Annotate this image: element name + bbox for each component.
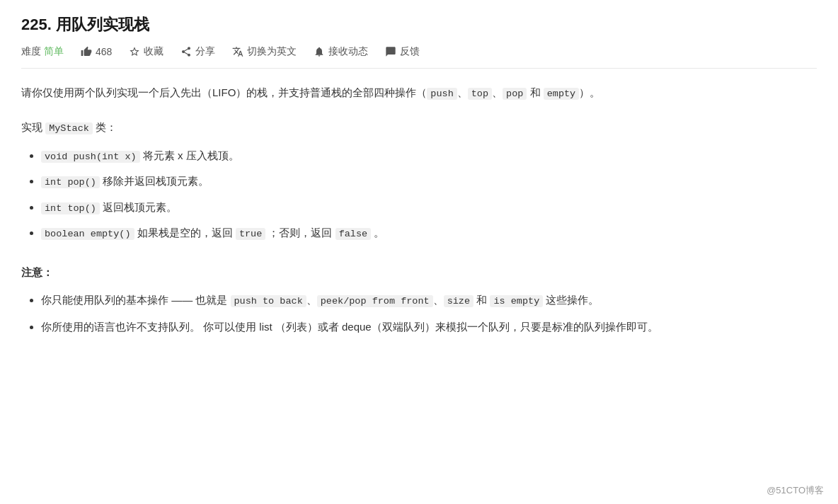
code-int-pop: int pop() [41,176,100,188]
content: 请你仅使用两个队列实现一个后入先出（LIFO）的栈，并支持普通栈的全部四种操作（… [21,83,817,336]
list-item: 你所使用的语言也许不支持队列。 你可以使用 list （列表）或者 deque（… [41,317,817,336]
collect-label: 收藏 [144,45,163,58]
code-pop-header: pop [503,88,527,100]
difficulty-value: 简单 [44,45,64,58]
difficulty-item: 难度 简单 [21,45,64,58]
code-push: push [427,88,457,100]
collect-button[interactable]: 收藏 [129,45,163,58]
translate-icon [232,46,243,57]
code-peek-pop: peek/pop from front [317,295,433,307]
list-item: int pop() 移除并返回栈顶元素。 [41,171,817,191]
likes-button[interactable]: 468 [81,46,112,57]
list-item: boolean empty() 如果栈是空的，返回 true ；否则，返回 fa… [41,223,817,243]
watermark: @51CTO博客 [767,484,824,497]
bell-icon [314,46,325,57]
page-title: 225. 用队列实现栈 [21,14,817,35]
code-top-header: top [468,88,492,100]
list-item: int top() 返回栈顶元素。 [41,197,817,217]
feedback-button[interactable]: 反馈 [385,45,420,58]
list-item: void push(int x) 将元素 x 压入栈顶。 [41,146,817,166]
difficulty-label: 难度 [21,45,41,58]
share-button[interactable]: 分享 [180,45,215,58]
star-icon [129,46,140,57]
code-false: false [335,228,372,240]
switch-lang-button[interactable]: 切换为英文 [232,45,297,58]
method-list: void push(int x) 将元素 x 压入栈顶。 int pop() 移… [21,146,817,243]
feedback-label: 反馈 [400,45,420,58]
code-is-empty: is empty [490,295,543,307]
code-mystack: MyStack [45,122,93,134]
code-void-push: void push(int x) [41,151,140,163]
note-title: 注意： [21,263,817,282]
note-list: 你只能使用队列的基本操作 —— 也就是 push to back、peek/po… [21,290,817,336]
code-int-top: int top() [41,202,100,214]
switch-lang-label: 切换为英文 [247,45,297,58]
share-icon [180,46,192,57]
problem-description: 请你仅使用两个队列实现一个后入先出（LIFO）的栈，并支持普通栈的全部四种操作（… [21,83,817,103]
notify-button[interactable]: 接收动态 [314,45,368,58]
code-size: size [444,295,473,307]
impl-section: 实现 MyStack 类： [21,118,817,137]
likes-count: 468 [96,46,112,57]
share-label: 分享 [195,45,215,58]
code-push-to-back: push to back [231,295,306,307]
code-boolean-empty: boolean empty() [41,228,134,240]
feedback-icon [385,46,396,57]
list-item: 你只能使用队列的基本操作 —— 也就是 push to back、peek/po… [41,290,817,310]
notify-label: 接收动态 [328,45,368,58]
code-empty-header: empty [544,88,580,100]
code-true: true [236,228,265,240]
toolbar: 难度 简单 468 收藏 分享 切换为英文 接收动态 反 [21,45,817,69]
thumbs-up-icon [81,46,92,57]
